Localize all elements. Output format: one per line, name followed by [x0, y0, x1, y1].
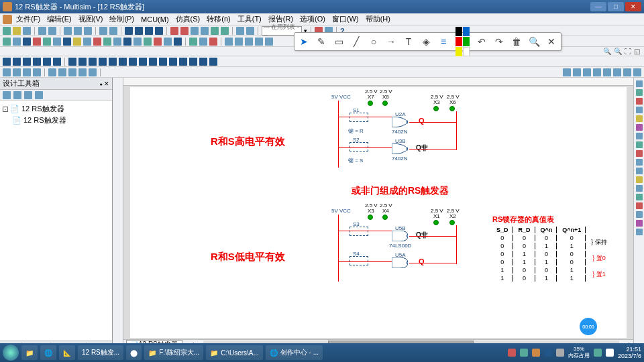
switch-s1[interactable]	[350, 113, 368, 122]
i3[interactable]	[23, 58, 31, 66]
design-tree[interactable]: -📄12 RS触发器 📄12 RS触发器	[0, 101, 112, 341]
swatch-black[interactable]	[455, 27, 462, 36]
task-explorer[interactable]: 📁	[21, 345, 38, 360]
d15[interactable]	[613, 68, 621, 76]
ib9[interactable]	[636, 150, 643, 157]
i13[interactable]	[129, 58, 137, 66]
swatch-red[interactable]	[455, 37, 462, 46]
swatch-blue[interactable]	[463, 27, 470, 36]
task-4[interactable]: 🌐创作中心 - ...	[266, 345, 323, 360]
tb-h[interactable]	[201, 27, 209, 35]
floating-toolbar[interactable]: ➤ ✎ ▭ ╱ ○ → T ◈ ≡ ↶ ↷ 🗑 🔍 ✕	[294, 32, 561, 51]
c8[interactable]	[73, 38, 81, 46]
ib3[interactable]	[636, 98, 643, 105]
tray-i6[interactable]	[594, 349, 602, 357]
redo2-icon[interactable]: ↷	[494, 36, 504, 47]
c6[interactable]	[53, 38, 61, 46]
i9[interactable]	[89, 58, 97, 66]
menu-draw[interactable]: 绘制(P)	[107, 14, 137, 24]
menu-edit[interactable]: 编辑(E)	[44, 14, 74, 24]
i12[interactable]	[119, 58, 127, 66]
tb-f[interactable]	[180, 27, 189, 35]
menu-file[interactable]: 文件(F)	[13, 14, 43, 24]
menu-mcu[interactable]: MCU(M)	[138, 15, 172, 23]
d7[interactable]	[68, 68, 76, 76]
d6[interactable]	[58, 68, 66, 76]
menu-view[interactable]: 视图(V)	[76, 14, 106, 24]
tray-i1[interactable]	[508, 349, 516, 357]
c17[interactable]	[164, 38, 172, 46]
toolbox-close-icon[interactable]: ✕	[104, 80, 109, 87]
d9[interactable]	[89, 68, 97, 76]
c7[interactable]	[63, 38, 71, 46]
tray-memory[interactable]: 35%内存占用	[568, 346, 590, 359]
gate-u2a[interactable]	[392, 117, 408, 127]
task-3[interactable]: 📁C:\Users\A...	[206, 345, 263, 360]
c12[interactable]	[113, 38, 121, 46]
gate-u5b[interactable]	[392, 231, 408, 241]
ib1[interactable]	[636, 80, 643, 87]
gate-u3b[interactable]	[392, 143, 408, 154]
tb-k[interactable]	[236, 27, 244, 35]
pointer-icon[interactable]: ➤	[299, 36, 309, 47]
d11[interactable]	[573, 68, 581, 76]
ib18[interactable]	[636, 229, 643, 235]
system-tray[interactable]: 35%内存占用 21:512023/7/6	[508, 346, 641, 359]
tb-a[interactable]	[125, 27, 133, 35]
gate-u5a[interactable]	[392, 257, 408, 268]
i19[interactable]	[189, 58, 197, 66]
c9[interactable]	[83, 38, 91, 46]
text-icon[interactable]: T	[403, 36, 414, 47]
i8[interactable]	[78, 58, 87, 66]
i21[interactable]	[209, 58, 217, 66]
schematic-canvas[interactable]: R和S高电平有效 或非门组成的RS触发器 R和S低电平有效 5V VCC 2.5…	[130, 87, 627, 338]
arrow-icon[interactable]: →	[386, 36, 396, 47]
redo-icon[interactable]	[109, 27, 117, 35]
i5[interactable]	[43, 58, 51, 66]
d2[interactable]	[13, 68, 21, 76]
d16[interactable]	[623, 68, 631, 76]
d8[interactable]	[78, 68, 87, 76]
color-swatches[interactable]	[455, 27, 470, 56]
c1[interactable]	[3, 38, 11, 46]
s4[interactable]	[255, 38, 263, 46]
pause-icon[interactable]	[199, 38, 207, 46]
i10[interactable]	[99, 58, 107, 66]
zoom-sel-icon[interactable]: ◱	[634, 48, 640, 55]
tray-i5[interactable]	[556, 349, 564, 357]
save-icon[interactable]	[23, 27, 31, 35]
c16[interactable]	[154, 38, 162, 46]
menu-options[interactable]: 选项(O)	[297, 14, 328, 24]
c10[interactable]	[93, 38, 101, 46]
menu-help[interactable]: 帮助(H)	[363, 14, 393, 24]
c2[interactable]	[13, 38, 21, 46]
start-button[interactable]	[3, 345, 19, 361]
swatch-yellow[interactable]	[455, 47, 462, 56]
c3[interactable]	[23, 38, 31, 46]
switch-s2[interactable]	[350, 142, 368, 152]
close-button[interactable]: ✕	[625, 2, 641, 11]
ib16[interactable]	[636, 211, 643, 218]
tbx-d[interactable]	[35, 91, 43, 99]
switch-s3[interactable]	[350, 227, 368, 236]
tbx-b[interactable]	[13, 91, 21, 99]
ib8[interactable]	[636, 141, 643, 148]
tray-clock[interactable]: 21:512023/7/6	[618, 346, 641, 359]
copy-icon[interactable]	[74, 27, 82, 35]
d10[interactable]	[563, 68, 571, 76]
d4[interactable]	[33, 68, 41, 76]
undo-icon[interactable]	[99, 27, 107, 35]
i6[interactable]	[53, 58, 61, 66]
tb-e[interactable]	[170, 27, 178, 35]
switch-s4[interactable]	[350, 256, 368, 265]
i18[interactable]	[179, 58, 187, 66]
tray-vol[interactable]	[606, 349, 614, 357]
d5[interactable]	[48, 68, 56, 76]
ib6[interactable]	[636, 124, 643, 131]
tbx-c[interactable]	[24, 91, 32, 99]
menu-tools[interactable]: 工具(T)	[235, 14, 264, 24]
tb-d[interactable]	[155, 27, 163, 35]
tb-i[interactable]	[211, 27, 219, 35]
swatch-green[interactable]	[463, 37, 470, 46]
circle-icon[interactable]: ○	[368, 36, 379, 47]
